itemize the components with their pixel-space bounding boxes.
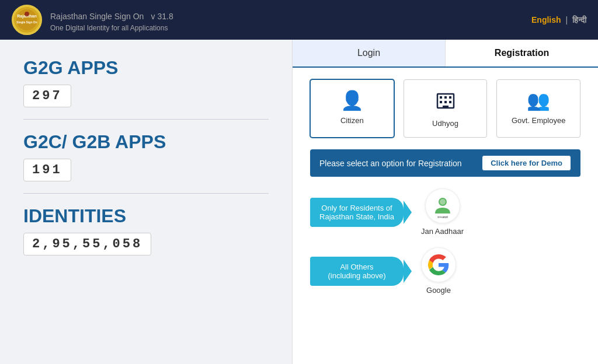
svg-rect-6: [440, 96, 442, 99]
app-title: Rajasthan Single Sign On v 31.8: [50, 8, 173, 23]
identities-count: 2,95,55,058: [23, 233, 151, 256]
residents-label: Only for Residents ofRajasthan State, In…: [310, 198, 404, 227]
svg-text:Single Sign On: Single Sign On: [16, 20, 37, 24]
google-option: All Others(including above) Google: [310, 247, 580, 295]
svg-rect-9: [440, 101, 442, 103]
citizen-label: Citizen: [340, 116, 364, 125]
header: Rajasthan Single Sign On Rajasthan Singl…: [0, 0, 598, 40]
user-type-selector: 👤 Citizen: [310, 79, 580, 138]
header-left: Rajasthan Single Sign On Rajasthan Singl…: [12, 5, 173, 35]
left-panel: G2G APPS 297 G2C/ G2B APPS 191 IDENTITIE…: [0, 40, 292, 364]
svg-rect-11: [449, 101, 451, 103]
registration-content: 👤 Citizen: [293, 68, 598, 306]
english-lang-link[interactable]: English: [531, 15, 561, 24]
g2g-section: G2G APPS 297: [23, 57, 269, 120]
govt-employee-icon: 👥: [527, 89, 550, 111]
jan-aadhaar-option: Only for Residents ofRajasthan State, In…: [310, 188, 580, 236]
udhyog-button[interactable]: Udhyog: [404, 79, 488, 138]
jan-aadhaar-name: Jan Aadhaar: [421, 227, 464, 236]
udhyog-label: Udhyog: [432, 119, 458, 128]
right-panel: Login Registration 👤 Citizen: [292, 40, 598, 364]
demo-button[interactable]: Click here for Demo: [482, 155, 571, 171]
jan-aadhaar-logo[interactable]: जन-आधार: [425, 188, 460, 223]
govt-employee-label: Govt. Employee: [512, 116, 566, 125]
svg-point-4: [25, 12, 29, 16]
svg-rect-7: [444, 96, 447, 99]
app-subtitle: One Digital Identity for all Application…: [50, 24, 173, 32]
main-content: G2G APPS 297 G2C/ G2B APPS 191 IDENTITIE…: [0, 40, 598, 364]
tab-bar: Login Registration: [293, 40, 598, 68]
info-bar: Please select an option for Registration…: [310, 149, 580, 177]
google-name: Google: [426, 286, 451, 295]
g2c-title: G2C/ G2B APPS: [23, 131, 269, 153]
info-message: Please select an option for Registration: [319, 159, 462, 168]
govt-employee-button[interactable]: 👥 Govt. Employee: [496, 79, 580, 138]
g2g-count: 297: [23, 85, 71, 107]
svg-rect-8: [449, 96, 451, 99]
jan-aadhaar-provider: जन-आधार Jan Aadhaar: [421, 188, 464, 236]
svg-rect-12: [443, 106, 448, 108]
identities-title: IDENTITIES: [23, 205, 269, 227]
citizen-button[interactable]: 👤 Citizen: [310, 79, 394, 138]
lang-separator: |: [565, 15, 568, 24]
g2c-count: 191: [23, 159, 71, 181]
all-others-label: All Others(including above): [310, 257, 404, 286]
udhyog-icon: [435, 89, 456, 114]
svg-rect-10: [444, 101, 447, 103]
header-title: Rajasthan Single Sign On v 31.8 One Digi…: [50, 8, 173, 32]
svg-text:जन-आधार: जन-आधार: [436, 215, 448, 219]
logo: Rajasthan Single Sign On: [12, 5, 42, 35]
citizen-icon: 👤: [340, 89, 364, 111]
identities-section: IDENTITIES 2,95,55,058: [23, 205, 269, 267]
svg-point-15: [440, 199, 446, 205]
google-provider: Google: [421, 247, 456, 295]
language-switcher: English | हिन्दी: [531, 15, 586, 25]
g2c-section: G2C/ G2B APPS 191: [23, 131, 269, 194]
login-tab[interactable]: Login: [293, 40, 446, 66]
g2g-title: G2G APPS: [23, 57, 269, 79]
hindi-lang-link[interactable]: हिन्दी: [572, 15, 586, 24]
google-logo[interactable]: [421, 247, 456, 282]
registration-tab[interactable]: Registration: [446, 40, 598, 66]
login-options: Only for Residents ofRajasthan State, In…: [310, 188, 580, 295]
